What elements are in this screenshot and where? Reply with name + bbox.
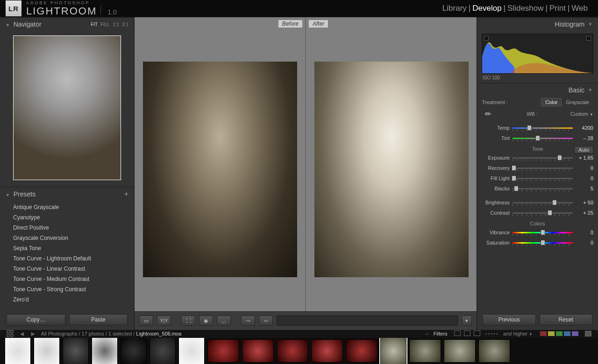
filmstrip-thumb[interactable] [277,339,308,363]
redeye-tool-button[interactable]: ◡ [217,315,231,326]
recovery-slider[interactable] [513,165,573,171]
copy-after-button[interactable]: ⇦ [259,315,273,326]
flag-unflagged-icon[interactable] [464,330,470,336]
filter-lock-icon[interactable] [585,331,591,336]
copy-button[interactable]: Copy… [7,314,65,325]
eyedropper-icon[interactable]: ✎ [479,105,497,123]
color-swatch[interactable] [548,331,555,336]
vibrance-slider[interactable] [513,229,573,236]
preset-item[interactable]: Direct Positive [0,223,134,233]
preset-item[interactable]: Cyanotype [0,212,134,223]
preset-item[interactable]: Tone Curve - Linear Contrast [0,264,134,274]
center-canvas: Before After ▭ Y|Y ⛶ ◉ ◡ ⇨ ⇦ ▾ [135,17,477,329]
tint-slider[interactable] [513,135,573,141]
contrast-label: Contrast [482,210,510,216]
module-slideshow[interactable]: Slideshow [506,4,545,13]
color-swatch[interactable] [564,331,570,336]
brightness-slider[interactable] [513,199,573,206]
filmstrip-thumb[interactable] [5,338,31,364]
zoom-3:1[interactable]: 3:1 [122,22,128,27]
compare-view-button[interactable]: Y|Y [157,315,171,326]
exposure-slider[interactable] [513,154,573,161]
zoom-1:1[interactable]: 1:1 [113,22,119,27]
auto-tone-button[interactable]: Auto [574,146,593,154]
app-logo: LR [6,0,21,16]
filmstrip-thumb[interactable] [121,338,147,364]
filmstrip-thumb[interactable] [444,339,476,363]
color-swatch[interactable] [572,331,578,336]
preset-item[interactable]: Grayscale Conversion [0,233,134,243]
preset-item[interactable]: Antique Grayscale [0,202,134,212]
grid-view-icon[interactable] [7,330,14,337]
color-swatch[interactable] [540,331,547,336]
module-develop[interactable]: Develop [471,4,502,13]
nav-fwd-icon[interactable]: ► [30,330,36,337]
copy-before-button[interactable]: ⇨ [241,315,255,326]
module-print[interactable]: Print [548,4,567,13]
nav-back-icon[interactable]: ◄ [19,330,25,337]
fill-row: Fill Light0 [482,173,593,183]
brightness-row: Brightness+ 50 [482,197,593,208]
flag-pick-icon[interactable] [454,330,461,336]
color-swatch[interactable] [556,331,562,336]
navigator-header[interactable]: ▼ Navigator FITFILL1:13:1 [0,18,134,31]
filmstrip-thumb[interactable] [311,339,343,363]
svg-rect-1 [11,330,13,333]
temp-value: 4200 [576,125,593,131]
loupe-view-button[interactable]: ▭ [139,315,153,326]
treatment-grayscale[interactable]: Grayscale [562,98,593,106]
navigator-preview[interactable] [13,35,121,180]
filmstrip-thumb[interactable] [63,338,89,364]
treatment-color[interactable]: Color [541,98,562,106]
filmstrip-thumb[interactable] [242,339,274,363]
reset-button[interactable]: Reset [540,314,593,325]
preset-item[interactable]: Sepia Tone [0,243,134,253]
filmstrip[interactable] [0,338,598,364]
module-picker: Library|Develop|Slideshow|Print|Web [441,4,589,13]
flag-reject-icon[interactable] [474,330,480,336]
saturation-row: Saturation0 [482,238,593,248]
histogram-display[interactable] [482,34,593,74]
filmstrip-thumb[interactable] [478,339,510,363]
basic-header[interactable]: Basic▼ [477,84,598,97]
filmstrip-thumb[interactable] [150,338,176,364]
zoom-fill[interactable]: FILL [100,22,110,27]
spot-tool-button[interactable]: ◉ [199,315,213,326]
toolbar-menu-button[interactable]: ▾ [462,315,472,326]
temp-row: Temp4200 [482,123,593,133]
preset-item[interactable]: Zero'd [0,294,134,305]
rating-mode-dropdown[interactable]: and higher ▼ [503,331,533,336]
presets-header[interactable]: ▼ Presets + [0,187,134,201]
filmstrip-thumb[interactable] [34,338,60,364]
preset-item[interactable]: Tone Curve - Strong Contrast [0,284,134,294]
paste-button[interactable]: Paste [69,314,128,325]
after-photo[interactable] [314,62,469,277]
filmstrip-thumb[interactable] [409,339,441,363]
add-preset-icon[interactable]: + [124,190,128,198]
temp-slider[interactable] [513,125,573,131]
histogram-header[interactable]: Histogram▼ [477,18,598,31]
exposure-value: + 1.85 [576,155,593,161]
before-photo[interactable] [143,62,297,277]
module-library[interactable]: Library [441,4,468,13]
filmstrip-thumb[interactable] [207,339,239,363]
filmstrip-thumb[interactable] [92,338,118,364]
previous-button[interactable]: Previous [483,314,536,325]
fill-slider[interactable] [513,175,573,182]
module-web[interactable]: Web [570,4,589,13]
contrast-slider[interactable] [513,210,573,216]
zoom-fit[interactable]: FIT [91,22,98,27]
rating-filter[interactable]: ••••• [485,331,498,336]
preset-item[interactable]: Tone Curve - Medium Contrast [0,274,134,284]
blacks-slider[interactable] [513,185,573,192]
filmstrip-thumb[interactable] [178,338,205,364]
breadcrumb[interactable]: All Photographs / 17 photos / 1 selected… [41,331,182,336]
saturation-slider[interactable] [513,239,573,246]
toolbar-info [277,315,458,326]
svg-rect-2 [7,334,9,336]
filmstrip-thumb[interactable] [346,339,377,363]
wb-dropdown[interactable]: Custom ▼ [570,111,593,117]
crop-tool-button[interactable]: ⛶ [181,315,195,326]
preset-item[interactable]: Tone Curve - Lightroom Default [0,253,134,264]
filmstrip-thumb[interactable] [380,338,406,364]
